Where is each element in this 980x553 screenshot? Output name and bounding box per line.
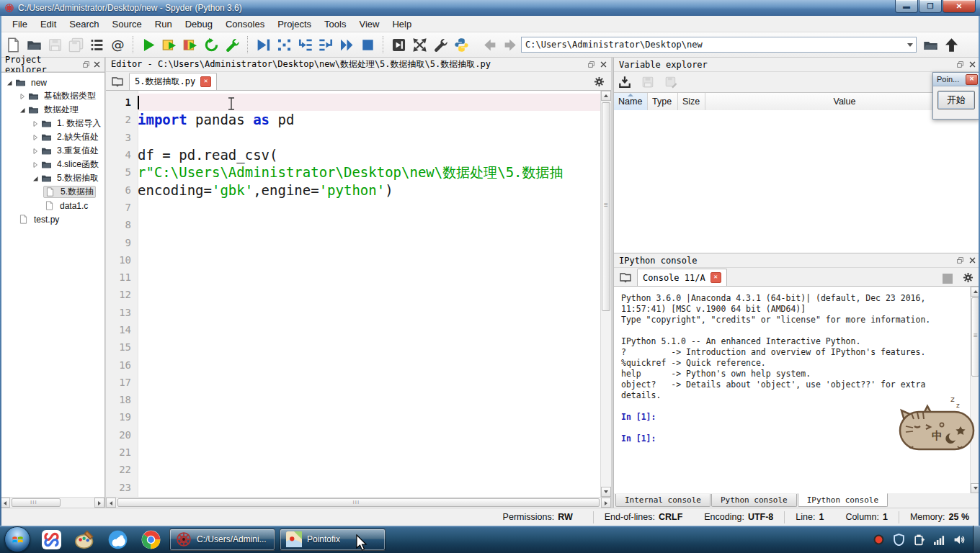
taskbar-pin-chrome[interactable] bbox=[134, 526, 167, 553]
console-switch-tab-ipython-console[interactable]: IPython console bbox=[798, 493, 888, 507]
editor-tab[interactable]: 5.数据抽取.py ✕ bbox=[129, 73, 217, 90]
undock-icon[interactable] bbox=[955, 60, 965, 70]
taskbar-button-pointofix[interactable]: Pointofix bbox=[280, 529, 386, 551]
editor-vscrollbar[interactable] bbox=[600, 91, 611, 497]
tree-item[interactable]: data1.c bbox=[0, 199, 104, 212]
menu-search[interactable]: Search bbox=[63, 17, 105, 32]
tree-item[interactable]: new bbox=[0, 76, 104, 89]
tree-item[interactable]: test.py bbox=[0, 212, 104, 226]
column-header-type[interactable]: Type bbox=[648, 93, 678, 110]
file-switcher-button[interactable] bbox=[86, 35, 107, 55]
save-button[interactable] bbox=[45, 35, 66, 55]
tree-item[interactable]: 4.slice函数 bbox=[0, 158, 104, 171]
security-shield-icon[interactable] bbox=[893, 534, 905, 546]
menu-tools[interactable]: Tools bbox=[318, 17, 352, 32]
close-button[interactable]: ✕ bbox=[943, 0, 976, 13]
preferences-button[interactable] bbox=[430, 35, 451, 55]
rerun-cell-button[interactable] bbox=[201, 35, 222, 55]
expander-open-icon[interactable] bbox=[30, 174, 40, 184]
column-header-size[interactable]: Size bbox=[678, 93, 705, 110]
taskbar-pin-browser[interactable] bbox=[101, 526, 134, 553]
expander-open-icon[interactable] bbox=[17, 105, 27, 115]
debug-button[interactable] bbox=[253, 35, 274, 55]
tree-item[interactable]: 5.数据抽取 bbox=[0, 171, 104, 185]
run-button[interactable] bbox=[138, 35, 159, 55]
editor-options-gear-icon[interactable] bbox=[591, 73, 607, 89]
pointofix-close-icon[interactable]: ✕ bbox=[966, 74, 978, 85]
expander-closed-icon[interactable] bbox=[30, 132, 40, 143]
find-symbols-button[interactable]: @ bbox=[107, 35, 128, 55]
menu-run[interactable]: Run bbox=[148, 17, 179, 32]
tree-item[interactable]: 1. 数据导入 bbox=[0, 117, 104, 130]
open-directory-button[interactable] bbox=[920, 35, 941, 55]
import-data-icon[interactable] bbox=[618, 76, 631, 89]
tree-item[interactable]: 5.数据抽 bbox=[0, 185, 104, 199]
tree-item[interactable]: 基础数据类型 bbox=[0, 89, 104, 103]
tree-item[interactable]: 数据处理 bbox=[0, 103, 104, 117]
open-file-button[interactable] bbox=[24, 35, 45, 55]
volume-icon[interactable] bbox=[953, 534, 966, 546]
undock-icon[interactable] bbox=[81, 60, 90, 70]
column-header-name[interactable]: Name bbox=[614, 93, 648, 110]
undock-icon[interactable] bbox=[586, 60, 596, 70]
show-desktop-button[interactable] bbox=[973, 526, 980, 553]
menu-file[interactable]: File bbox=[6, 17, 34, 32]
taskbar-button-spyder[interactable]: C:/Users/Admini... bbox=[169, 529, 275, 551]
step-into-button[interactable] bbox=[295, 35, 316, 55]
menu-edit[interactable]: Edit bbox=[34, 17, 63, 32]
fullscreen-button[interactable] bbox=[409, 35, 430, 55]
taskbar-pin-paint[interactable] bbox=[68, 526, 101, 553]
pointofix-start-button[interactable]: 开始 bbox=[937, 91, 975, 109]
close-pane-icon[interactable] bbox=[598, 60, 608, 70]
browse-tabs-icon[interactable] bbox=[109, 73, 126, 89]
menu-debug[interactable]: Debug bbox=[179, 17, 219, 32]
variable-table-header[interactable]: NameTypeSizeValue bbox=[614, 92, 980, 111]
power-plug-icon[interactable] bbox=[913, 534, 925, 546]
interrupt-kernel-icon[interactable] bbox=[943, 274, 953, 284]
save-all-button[interactable] bbox=[66, 35, 86, 55]
console-switch-tab-python-console[interactable]: Python console bbox=[711, 494, 797, 507]
console-tab[interactable]: Console 11/A ✕ bbox=[637, 269, 727, 286]
menu-source[interactable]: Source bbox=[106, 17, 148, 32]
tree-item[interactable]: 3.重复值处 bbox=[0, 144, 104, 158]
working-directory-input[interactable] bbox=[521, 37, 917, 53]
editor-hscrollbar[interactable] bbox=[106, 497, 611, 508]
variable-table-body[interactable] bbox=[614, 110, 980, 253]
console-switch-tab-internal-console[interactable]: Internal console bbox=[615, 494, 710, 507]
code-area[interactable]: 12import pandas as pd34df = pd.read_csv(… bbox=[106, 91, 611, 497]
close-pane-icon[interactable] bbox=[93, 60, 102, 70]
minimize-button[interactable]: ▬ bbox=[895, 0, 918, 13]
tab-close-icon[interactable]: ✕ bbox=[710, 272, 721, 283]
taskbar-pin-knot-app[interactable] bbox=[35, 526, 68, 553]
stop-button[interactable] bbox=[357, 35, 378, 55]
run-cell-advance-button[interactable] bbox=[180, 35, 201, 55]
save-data-icon[interactable] bbox=[641, 76, 654, 89]
project-hscrollbar[interactable] bbox=[0, 497, 104, 508]
close-pane-icon[interactable] bbox=[967, 60, 977, 70]
parent-directory-button[interactable] bbox=[941, 35, 962, 55]
restore-button[interactable]: ❐ bbox=[919, 0, 942, 13]
run-config-button[interactable] bbox=[222, 35, 243, 55]
menu-view[interactable]: View bbox=[352, 17, 386, 32]
back-button[interactable] bbox=[479, 35, 500, 55]
run-cell-button[interactable] bbox=[159, 35, 180, 55]
step-button[interactable] bbox=[274, 35, 295, 55]
forward-button[interactable] bbox=[500, 35, 521, 55]
menu-help[interactable]: Help bbox=[386, 17, 418, 32]
step-return-button[interactable] bbox=[316, 35, 337, 55]
close-pane-icon[interactable] bbox=[967, 256, 977, 266]
expander-closed-icon[interactable] bbox=[30, 160, 40, 170]
tree-item[interactable]: 2.缺失值处 bbox=[0, 130, 104, 144]
expander-open-icon[interactable] bbox=[4, 78, 14, 88]
undock-icon[interactable] bbox=[955, 256, 965, 266]
maximize-pane-button[interactable] bbox=[388, 35, 409, 55]
console-options-gear-icon[interactable] bbox=[960, 269, 976, 285]
new-file-button[interactable] bbox=[3, 35, 24, 55]
expander-closed-icon[interactable] bbox=[30, 146, 40, 156]
save-data-as-icon[interactable] bbox=[664, 76, 677, 89]
start-button[interactable] bbox=[0, 526, 35, 553]
menu-consoles[interactable]: Consoles bbox=[219, 17, 271, 32]
expander-closed-icon[interactable] bbox=[30, 119, 40, 129]
console-output[interactable]: Python 3.6.0 |Anaconda 4.3.1 (64-bit)| (… bbox=[614, 287, 980, 493]
tab-close-icon[interactable]: ✕ bbox=[200, 76, 211, 87]
